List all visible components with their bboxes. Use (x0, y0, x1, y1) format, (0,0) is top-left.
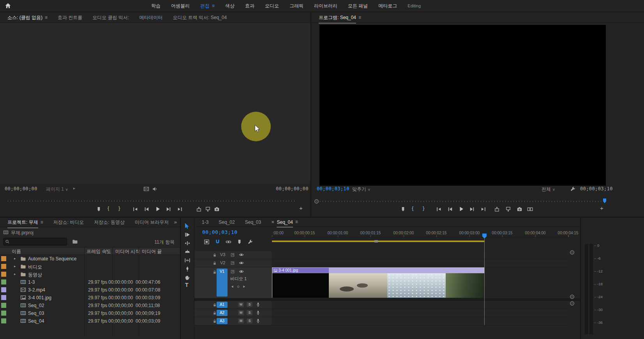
workspace-tab-color[interactable]: 색상 (225, 3, 235, 9)
column-header-media-start[interactable]: 미디어 시작 (115, 248, 140, 255)
clip-name-bar[interactable]: 3-4 001.jpg (272, 268, 484, 273)
track-lane-v2[interactable] (272, 259, 569, 267)
timeline-tab-seq04[interactable]: ✕ Seq_04 ≡ (266, 218, 303, 226)
next-keyframe-icon[interactable] (242, 285, 246, 289)
add-marker-icon[interactable] (400, 206, 406, 212)
button-editor-plus-icon[interactable]: + (600, 205, 603, 211)
slip-tool[interactable] (184, 257, 191, 263)
tab-audio-track-mixer[interactable]: 오디오 트랙 믹서: Seq_04 (168, 12, 232, 23)
source-zoom-scrollbar[interactable] (8, 200, 296, 202)
expander-icon[interactable]: ▸ (14, 256, 16, 260)
panel-menu-icon[interactable]: ≡ (45, 15, 48, 20)
play-icon[interactable] (458, 206, 464, 212)
workspace-tab-libraries[interactable]: 라이브러리 (314, 3, 337, 9)
overwrite-icon[interactable] (205, 206, 211, 212)
track-lane-v1[interactable]: 3-4 001.jpg (272, 267, 569, 299)
previous-keyframe-icon[interactable] (230, 285, 235, 289)
selection-tool[interactable] (184, 223, 191, 229)
scrollbar-handle[interactable] (570, 295, 574, 299)
panel-menu-icon[interactable]: ≡ (295, 219, 298, 225)
export-frame-icon[interactable] (214, 206, 220, 212)
track-lane-a3[interactable] (272, 317, 569, 325)
export-frame-icon[interactable] (517, 206, 522, 212)
page-selector-dropdown[interactable]: 페이지 1∨ (46, 186, 68, 193)
label-color-swatch[interactable] (1, 287, 6, 292)
add-marker-icon[interactable] (236, 239, 242, 245)
mute-button[interactable]: M (238, 302, 244, 307)
tab-overflow-icon[interactable]: » (174, 219, 177, 225)
step-back-icon[interactable] (144, 206, 150, 212)
program-playhead-marker[interactable] (603, 198, 606, 203)
tab-source[interactable]: 소스: (클립 없음) ≡ (2, 12, 53, 23)
project-row[interactable]: 1-3 29.97 fps 00:00:00:00 00:00:47:06 (0, 278, 180, 286)
tab-bin-movie[interactable]: 저장소: 동영상 (89, 218, 130, 227)
settings-wrench-icon[interactable] (570, 186, 576, 192)
timeline-clip[interactable]: 3-4 001.jpg (272, 267, 484, 298)
extract-icon[interactable] (505, 206, 511, 212)
track-output-eye-icon[interactable] (239, 269, 244, 274)
voice-over-record-icon[interactable] (256, 302, 261, 307)
project-row[interactable]: 3-4 001.jpg 29.97 fps 00:00:00:00 00:00:… (0, 294, 180, 302)
create-bin-from-search-icon[interactable] (72, 239, 78, 244)
go-to-in-icon[interactable] (436, 206, 442, 212)
voice-over-record-icon[interactable] (256, 310, 261, 315)
mute-button[interactable]: M (238, 310, 244, 315)
sort-ascending-icon[interactable]: ∧ (105, 248, 108, 252)
track-target-a1[interactable]: A1 (217, 302, 228, 308)
panel-menu-icon[interactable]: ≡ (358, 15, 361, 20)
step-forward-icon[interactable] (166, 206, 171, 212)
scrollbar-handle[interactable] (570, 301, 574, 306)
tab-program[interactable]: 프로그램: Seq_04 ≡ (314, 12, 366, 23)
column-header-name[interactable]: 이름 (12, 248, 21, 255)
timeline-tab-1-3[interactable]: 1-3 (197, 218, 213, 226)
voice-over-record-icon[interactable] (256, 318, 261, 323)
type-tool[interactable]: T (185, 282, 189, 288)
timeline-tab-seq03[interactable]: Seq_03 (240, 218, 266, 226)
project-row[interactable]: ▸ 동영상 (0, 270, 180, 278)
source-current-timecode[interactable]: 00;00;00;00 (5, 186, 37, 191)
label-color-swatch[interactable] (1, 318, 6, 323)
panel-menu-icon[interactable]: ≡ (41, 220, 43, 225)
label-color-swatch[interactable] (1, 279, 6, 285)
timeline-settings-wrench-icon[interactable] (247, 239, 253, 245)
page-step-icon[interactable]: ▸ (73, 186, 75, 190)
workspace-tab-editing[interactable]: 편집 ≡ (200, 3, 215, 9)
workspace-tab-all-panels[interactable]: 모든 패널 (348, 3, 368, 9)
solo-button[interactable]: S (247, 310, 252, 315)
home-icon[interactable] (5, 2, 11, 9)
program-scrubber-track[interactable] (320, 201, 601, 202)
solo-button[interactable]: S (247, 318, 252, 323)
tab-media-browser[interactable]: 미디어 브라우저 (130, 218, 174, 227)
track-target-a2[interactable]: A2 (217, 310, 228, 316)
close-icon[interactable]: ✕ (271, 220, 274, 224)
project-row[interactable]: ▸ Automate To Sequence (0, 255, 180, 263)
workspace-tab-metalogging[interactable]: 메타로그 (378, 3, 397, 9)
hand-tool[interactable] (184, 274, 191, 281)
track-lock-icon[interactable] (212, 261, 217, 265)
time-ruler[interactable] (272, 228, 569, 237)
solo-button[interactable]: S (247, 302, 252, 307)
workspace-tab-graphics[interactable]: 그래픽 (289, 3, 303, 9)
label-color-swatch[interactable] (1, 256, 6, 261)
workspace-tab-effects[interactable]: 효과 (245, 3, 254, 9)
sync-lock-icon[interactable] (230, 261, 235, 265)
label-color-swatch[interactable] (1, 295, 6, 300)
tab-metadata[interactable]: 메타데이터 (134, 12, 168, 23)
comparison-view-icon[interactable] (527, 206, 533, 212)
step-back-icon[interactable] (447, 206, 453, 212)
track-name-v2[interactable]: V2 (220, 260, 225, 265)
project-row[interactable]: Seq_04 29.97 fps 00;00;00;00 00;00;03;09 (0, 317, 180, 325)
track-lane-v3[interactable] (272, 251, 569, 259)
column-header-media-end[interactable]: 미디어 끝 (142, 248, 162, 255)
track-target-a3[interactable]: A3 (217, 318, 228, 324)
playhead-handle[interactable] (482, 234, 487, 239)
sync-lock-icon[interactable] (230, 253, 235, 257)
project-row[interactable]: 3-2.mp4 29.97 fps 00:00:00:00 00:00:07:0… (0, 286, 180, 294)
workspace-tab-learning[interactable]: 학습 (151, 3, 161, 9)
linked-selection-icon[interactable] (226, 239, 231, 245)
track-lock-icon[interactable] (212, 253, 217, 257)
tab-audio-clip-mixer[interactable]: 오디오 클립 믹서: (87, 12, 134, 23)
label-color-swatch[interactable] (1, 264, 6, 269)
tab-project[interactable]: 프로젝트: 무제 ≡ (2, 218, 48, 227)
timeline-tab-seq02[interactable]: Seq_02 (213, 218, 240, 226)
